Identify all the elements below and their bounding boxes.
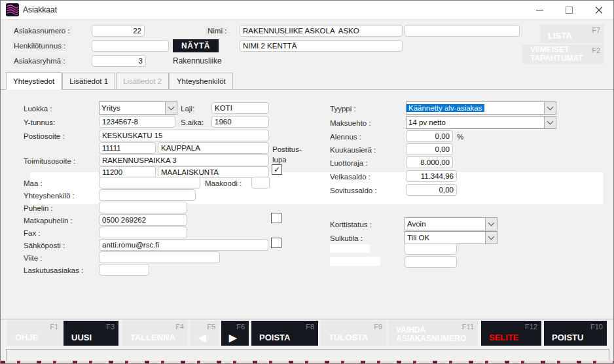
tab-strip: Yhteystiedot Lisätiedot 1 Lisätiedot 2 Y…	[6, 73, 234, 89]
yhteyshenkilo-field[interactable]	[99, 189, 196, 201]
viite-field[interactable]	[99, 251, 220, 263]
laskutusasiakas-field[interactable]	[99, 264, 149, 276]
chevron-down-icon	[544, 117, 556, 128]
tab-yhteystiedot[interactable]: Yhteystiedot	[6, 72, 62, 89]
maksuehto-combo[interactable]: 14 pv netto	[406, 116, 556, 129]
chevron-down-icon	[544, 102, 556, 114]
arrow-left-icon: ◀	[198, 333, 206, 342]
tab-lisatiedot-1[interactable]: Lisätiedot 1	[62, 73, 115, 89]
tyyppi-label: Tyyppi :	[330, 104, 356, 113]
tab-underline	[1, 89, 613, 90]
luokka-label: Luokka :	[24, 104, 52, 113]
alennus-label: Alennus :	[330, 132, 361, 141]
maakoodi-field[interactable]	[251, 177, 270, 189]
chevron-down-icon	[165, 102, 177, 114]
poista-button[interactable]: POISTA F8	[251, 321, 318, 346]
chevron-down-icon	[485, 232, 497, 244]
tab-yhteyshenkilot[interactable]: Yhteyshenkilöt	[170, 73, 233, 89]
fax-label: Fax :	[24, 228, 41, 238]
alennus-field[interactable]	[406, 130, 453, 142]
henkilotunnus-label: Henkilötunnus :	[12, 41, 67, 51]
minimize-icon	[536, 10, 543, 10]
postiosoite-zip-field[interactable]	[99, 142, 156, 154]
uusi-button[interactable]: UUSI F3	[63, 321, 118, 346]
henkilotunnus-field[interactable]	[92, 40, 169, 52]
tulosta-button[interactable]: TULOSTA F9	[321, 321, 386, 346]
laji-label: Laji:	[181, 104, 194, 113]
poistu-button[interactable]: POISTU F10	[544, 321, 607, 346]
previous-button[interactable]: ◀ F5	[190, 321, 219, 346]
maa-field[interactable]	[99, 177, 200, 189]
asiakasnumero-field[interactable]	[92, 25, 145, 37]
tyyppi-combo[interactable]: Käännetty alv-asiakas	[406, 101, 556, 115]
footer-separator	[1, 319, 613, 319]
maximize-icon	[566, 7, 573, 14]
ohje-button[interactable]: OHJE F1	[7, 321, 62, 346]
toimitusosoite-label: Toimitusosoite :	[24, 156, 75, 166]
postiosoite-city-field[interactable]	[158, 142, 269, 154]
asiakasryhma-field[interactable]	[92, 55, 146, 67]
postituslupa-checkbox[interactable]: ✓	[272, 164, 282, 175]
matkapuhelin-field[interactable]	[99, 214, 187, 226]
postiosoite-street-field[interactable]	[99, 130, 269, 141]
title-bar: Asiakkaat	[1, 1, 613, 20]
lista-button[interactable]: LISTA F7	[540, 24, 604, 43]
minimize-button[interactable]	[525, 1, 554, 19]
postituslupa-label: Postitus-lupa	[272, 144, 304, 165]
extra-field-2[interactable]	[405, 256, 457, 268]
sahkoposti-checkbox[interactable]	[271, 238, 281, 248]
fax-field[interactable]	[99, 227, 187, 238]
maa-label: Maa :	[24, 179, 43, 188]
velkasaldo-label: Velkasaldo :	[330, 172, 370, 181]
saika-label: S.aika:	[181, 118, 204, 127]
maximize-button[interactable]	[554, 1, 584, 19]
arrow-right-icon: ▶	[229, 333, 237, 342]
sulkutila-combo[interactable]: Tili OK	[405, 231, 497, 244]
sovitussaldo-field[interactable]	[406, 184, 457, 196]
kuukausiera-field[interactable]	[406, 143, 453, 155]
selite-button[interactable]: SELITE F12	[481, 321, 541, 346]
maksuehto-label: Maksuehto :	[330, 118, 371, 128]
sovitussaldo-label: Sovitussaldo :	[330, 186, 377, 195]
nayta-button[interactable]: NÄYTÄ	[173, 39, 219, 52]
puhelin-label: Puhelin :	[24, 204, 53, 213]
velkasaldo-field[interactable]	[406, 170, 457, 182]
status-bar	[6, 349, 609, 361]
nimi2-field[interactable]	[240, 40, 403, 52]
laji-field[interactable]	[211, 102, 269, 114]
close-button[interactable]	[584, 1, 613, 19]
viimeiset-fkey: F2	[592, 46, 600, 54]
viimeiset-tapahtumat-button[interactable]: VIIMEISET TAPAHTUMAT F2	[522, 45, 604, 64]
chevron-down-icon	[485, 218, 497, 230]
luokka-combo[interactable]: Yritys	[99, 101, 177, 115]
matkapuhelin-label: Matkapuhelin :	[24, 216, 73, 225]
window-title: Asiakkaat	[23, 5, 57, 14]
tab-lisatiedot-2[interactable]: Lisätiedot 2	[116, 73, 169, 89]
extra-field-1[interactable]	[405, 243, 457, 255]
nimi-extra-field[interactable]	[405, 25, 520, 37]
ytunnus-field[interactable]	[99, 116, 175, 128]
kuukausiera-label: Kuukausierä :	[330, 145, 376, 155]
asiakasryhma-label: Asiakasryhmä :	[12, 56, 67, 66]
sahkoposti-field[interactable]	[99, 239, 268, 251]
saika-field[interactable]	[211, 116, 269, 128]
sulkutila-label: Sulkutila :	[330, 234, 363, 243]
sahkoposti-label: Sähköposti :	[24, 241, 65, 250]
ytunnus-label: Y-tunnus:	[24, 118, 55, 127]
background-window-sliver	[1, 361, 613, 363]
asiakasnumero-label: Asiakasnumero :	[12, 26, 72, 36]
toimitusosoite-street-field[interactable]	[99, 155, 269, 166]
check-icon: ✓	[274, 165, 280, 174]
yhteyshenkilo-label: Yhteyshenkilö :	[24, 191, 75, 200]
luottoraja-field[interactable]	[406, 156, 453, 168]
app-logo-icon	[6, 3, 19, 16]
korttistatus-combo[interactable]: Avoin	[405, 217, 497, 230]
blank-label-2	[330, 257, 380, 266]
matkapuhelin-checkbox[interactable]	[271, 213, 281, 223]
tallenna-button[interactable]: TALLENNA F4	[122, 321, 188, 346]
puhelin-field[interactable]	[99, 202, 187, 213]
nimi-field[interactable]	[240, 25, 403, 37]
asiakasryhma-name: Rakennusliike	[173, 56, 222, 65]
next-button[interactable]: ▶ F6	[221, 321, 249, 346]
vaihda-asiakasnumero-button[interactable]: VAIHDA ASIAKASNUMERO F11	[388, 321, 478, 346]
